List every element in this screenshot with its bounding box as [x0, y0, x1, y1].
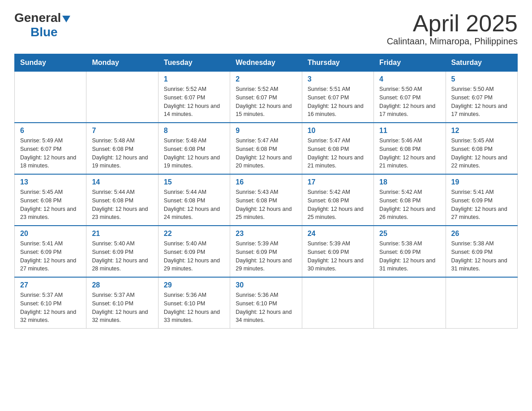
calendar-cell: 28Sunrise: 5:37 AMSunset: 6:10 PMDayligh…	[86, 277, 158, 329]
day-info: Sunrise: 5:44 AMSunset: 6:08 PMDaylight:…	[164, 188, 224, 222]
day-number: 16	[236, 178, 296, 186]
day-info: Sunrise: 5:37 AMSunset: 6:10 PMDaylight:…	[20, 291, 81, 325]
day-number: 6	[20, 127, 81, 135]
calendar-cell: 21Sunrise: 5:40 AMSunset: 6:09 PMDayligh…	[86, 226, 158, 277]
day-info: Sunrise: 5:43 AMSunset: 6:08 PMDaylight:…	[236, 188, 296, 222]
weekday-header-friday: Friday	[374, 54, 446, 72]
day-number: 21	[92, 230, 152, 238]
weekday-header-thursday: Thursday	[302, 54, 373, 72]
day-number: 25	[379, 230, 440, 238]
day-info: Sunrise: 5:40 AMSunset: 6:09 PMDaylight:…	[164, 240, 224, 273]
calendar-cell: 17Sunrise: 5:42 AMSunset: 6:08 PMDayligh…	[302, 174, 373, 226]
day-info: Sunrise: 5:38 AMSunset: 6:09 PMDaylight:…	[379, 240, 440, 273]
day-number: 30	[236, 281, 296, 289]
weekday-header-tuesday: Tuesday	[158, 54, 230, 72]
day-number: 13	[20, 178, 81, 186]
calendar-cell: 30Sunrise: 5:36 AMSunset: 6:10 PMDayligh…	[230, 277, 302, 329]
day-number: 18	[379, 178, 440, 186]
calendar-cell	[302, 277, 373, 329]
calendar-cell: 16Sunrise: 5:43 AMSunset: 6:08 PMDayligh…	[230, 174, 302, 226]
day-info: Sunrise: 5:41 AMSunset: 6:09 PMDaylight:…	[20, 240, 81, 273]
calendar-header-row: SundayMondayTuesdayWednesdayThursdayFrid…	[15, 54, 518, 72]
calendar-cell: 22Sunrise: 5:40 AMSunset: 6:09 PMDayligh…	[158, 226, 230, 277]
day-number: 20	[20, 230, 81, 238]
calendar-cell: 18Sunrise: 5:42 AMSunset: 6:08 PMDayligh…	[374, 174, 446, 226]
day-info: Sunrise: 5:49 AMSunset: 6:07 PMDaylight:…	[20, 137, 81, 170]
calendar-cell: 1Sunrise: 5:52 AMSunset: 6:07 PMDaylight…	[158, 72, 230, 123]
calendar-cell: 6Sunrise: 5:49 AMSunset: 6:07 PMDaylight…	[15, 123, 86, 174]
day-number: 27	[20, 281, 81, 289]
calendar-cell: 2Sunrise: 5:52 AMSunset: 6:07 PMDaylight…	[230, 72, 302, 123]
day-info: Sunrise: 5:40 AMSunset: 6:09 PMDaylight:…	[92, 240, 152, 273]
logo: General Blue	[14, 11, 70, 39]
day-number: 9	[236, 127, 296, 135]
month-title: April 2025	[387, 11, 518, 36]
calendar-cell: 7Sunrise: 5:48 AMSunset: 6:08 PMDaylight…	[86, 123, 158, 174]
calendar-cell: 15Sunrise: 5:44 AMSunset: 6:08 PMDayligh…	[158, 174, 230, 226]
day-info: Sunrise: 5:47 AMSunset: 6:08 PMDaylight:…	[236, 137, 296, 170]
calendar-cell: 3Sunrise: 5:51 AMSunset: 6:07 PMDaylight…	[302, 72, 373, 123]
day-info: Sunrise: 5:50 AMSunset: 6:07 PMDaylight:…	[379, 85, 440, 119]
day-number: 8	[164, 127, 224, 135]
day-number: 24	[308, 230, 368, 238]
day-number: 29	[164, 281, 224, 289]
day-number: 23	[236, 230, 296, 238]
calendar-cell: 29Sunrise: 5:36 AMSunset: 6:10 PMDayligh…	[158, 277, 230, 329]
day-info: Sunrise: 5:38 AMSunset: 6:09 PMDaylight:…	[451, 240, 512, 273]
page-header: General Blue April 2025 Calintaan, Mimar…	[14, 11, 518, 47]
calendar-cell: 23Sunrise: 5:39 AMSunset: 6:09 PMDayligh…	[230, 226, 302, 277]
location-title: Calintaan, Mimaropa, Philippines	[387, 36, 518, 47]
day-info: Sunrise: 5:41 AMSunset: 6:09 PMDaylight:…	[451, 188, 512, 222]
calendar-cell	[15, 72, 86, 123]
calendar-cell: 11Sunrise: 5:46 AMSunset: 6:08 PMDayligh…	[374, 123, 446, 174]
day-info: Sunrise: 5:42 AMSunset: 6:08 PMDaylight:…	[308, 188, 368, 222]
day-number: 28	[92, 281, 152, 289]
day-number: 5	[451, 75, 512, 83]
day-info: Sunrise: 5:39 AMSunset: 6:09 PMDaylight:…	[236, 240, 296, 273]
day-info: Sunrise: 5:52 AMSunset: 6:07 PMDaylight:…	[236, 85, 296, 119]
day-number: 14	[92, 178, 152, 186]
calendar-cell: 12Sunrise: 5:45 AMSunset: 6:08 PMDayligh…	[446, 123, 517, 174]
calendar-cell: 10Sunrise: 5:47 AMSunset: 6:08 PMDayligh…	[302, 123, 373, 174]
calendar-week-3: 13Sunrise: 5:45 AMSunset: 6:08 PMDayligh…	[15, 174, 518, 226]
calendar-cell: 27Sunrise: 5:37 AMSunset: 6:10 PMDayligh…	[15, 277, 86, 329]
calendar-week-2: 6Sunrise: 5:49 AMSunset: 6:07 PMDaylight…	[15, 123, 518, 174]
calendar-cell: 25Sunrise: 5:38 AMSunset: 6:09 PMDayligh…	[374, 226, 446, 277]
day-info: Sunrise: 5:44 AMSunset: 6:08 PMDaylight:…	[92, 188, 152, 222]
calendar-cell: 5Sunrise: 5:50 AMSunset: 6:07 PMDaylight…	[446, 72, 517, 123]
day-info: Sunrise: 5:46 AMSunset: 6:08 PMDaylight:…	[379, 137, 440, 170]
day-info: Sunrise: 5:39 AMSunset: 6:09 PMDaylight:…	[308, 240, 368, 273]
calendar-cell: 9Sunrise: 5:47 AMSunset: 6:08 PMDaylight…	[230, 123, 302, 174]
calendar-week-4: 20Sunrise: 5:41 AMSunset: 6:09 PMDayligh…	[15, 226, 518, 277]
weekday-header-sunday: Sunday	[15, 54, 86, 72]
logo-blue: Blue	[30, 25, 58, 39]
calendar-week-1: 1Sunrise: 5:52 AMSunset: 6:07 PMDaylight…	[15, 72, 518, 123]
calendar-cell: 13Sunrise: 5:45 AMSunset: 6:08 PMDayligh…	[15, 174, 86, 226]
calendar-cell: 20Sunrise: 5:41 AMSunset: 6:09 PMDayligh…	[15, 226, 86, 277]
calendar-cell	[86, 72, 158, 123]
day-number: 4	[379, 75, 440, 83]
day-info: Sunrise: 5:52 AMSunset: 6:07 PMDaylight:…	[164, 85, 224, 119]
day-info: Sunrise: 5:51 AMSunset: 6:07 PMDaylight:…	[308, 85, 368, 119]
day-number: 3	[308, 75, 368, 83]
calendar-table: SundayMondayTuesdayWednesdayThursdayFrid…	[14, 54, 518, 329]
day-info: Sunrise: 5:45 AMSunset: 6:08 PMDaylight:…	[20, 188, 81, 222]
logo-general: General	[14, 11, 61, 25]
day-number: 1	[164, 75, 224, 83]
logo-triangle-icon	[62, 16, 70, 22]
calendar-cell	[374, 277, 446, 329]
day-info: Sunrise: 5:42 AMSunset: 6:08 PMDaylight:…	[379, 188, 440, 222]
day-info: Sunrise: 5:48 AMSunset: 6:08 PMDaylight:…	[92, 137, 152, 170]
calendar-cell	[446, 277, 517, 329]
day-number: 11	[379, 127, 440, 135]
day-number: 2	[236, 75, 296, 83]
weekday-header-monday: Monday	[86, 54, 158, 72]
day-number: 15	[164, 178, 224, 186]
calendar-cell: 26Sunrise: 5:38 AMSunset: 6:09 PMDayligh…	[446, 226, 517, 277]
day-info: Sunrise: 5:47 AMSunset: 6:08 PMDaylight:…	[308, 137, 368, 170]
weekday-header-wednesday: Wednesday	[230, 54, 302, 72]
day-number: 22	[164, 230, 224, 238]
day-info: Sunrise: 5:36 AMSunset: 6:10 PMDaylight:…	[164, 291, 224, 325]
day-number: 26	[451, 230, 512, 238]
calendar-week-5: 27Sunrise: 5:37 AMSunset: 6:10 PMDayligh…	[15, 277, 518, 329]
